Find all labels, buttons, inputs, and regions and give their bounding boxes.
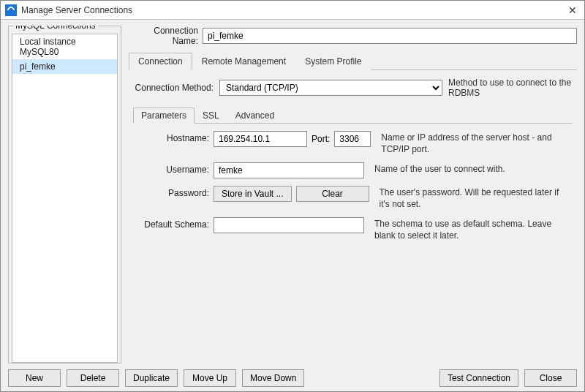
list-item[interactable]: Local instance MySQL80 (12, 34, 117, 59)
username-input[interactable] (214, 162, 364, 178)
sub-tabs: Parameters SSL Advanced (133, 107, 573, 124)
connection-tab-body: Connection Method: Standard (TCP/IP) Met… (129, 70, 577, 363)
default-schema-help: The schema to use as default schema. Lea… (369, 217, 570, 241)
close-icon[interactable]: ✕ (565, 4, 580, 16)
hostname-row: Hostname: Port: Name or IP address of th… (136, 131, 570, 155)
username-label: Username: (136, 162, 209, 175)
default-schema-row: Default Schema: The schema to use as def… (136, 217, 570, 241)
duplicate-button[interactable]: Duplicate (125, 369, 178, 387)
delete-button[interactable]: Delete (67, 369, 119, 387)
detail-pane: Connection Name: Connection Remote Manag… (129, 26, 577, 363)
hostname-help: Name or IP address of the server host - … (375, 131, 570, 155)
connection-method-label: Connection Method: (133, 83, 214, 93)
default-schema-label: Default Schema: (136, 217, 209, 230)
connections-list[interactable]: Local instance MySQL80 pi_femke (12, 34, 118, 363)
username-row: Username: Name of the user to connect wi… (136, 162, 570, 178)
close-button[interactable]: Close (524, 369, 577, 387)
sidebar: MySQL Connections Local instance MySQL80… (8, 26, 121, 363)
port-input[interactable] (334, 131, 371, 147)
main-area: MySQL Connections Local instance MySQL80… (8, 26, 577, 363)
manage-connections-window: Manage Server Connections ✕ MySQL Connec… (0, 0, 585, 392)
window-title: Manage Server Connections (21, 5, 565, 15)
test-connection-button[interactable]: Test Connection (439, 369, 518, 387)
tab-system-profile[interactable]: System Profile (295, 53, 371, 70)
store-in-vault-button[interactable]: Store in Vault ... (214, 186, 292, 202)
subtab-parameters[interactable]: Parameters (133, 108, 195, 124)
move-up-button[interactable]: Move Up (184, 369, 236, 387)
tab-connection[interactable]: Connection (129, 53, 192, 70)
hostname-input[interactable] (214, 131, 307, 147)
clear-password-button[interactable]: Clear (296, 186, 369, 202)
new-button[interactable]: New (8, 369, 61, 387)
password-label: Password: (136, 186, 209, 198)
subtab-advanced[interactable]: Advanced (227, 108, 282, 124)
footer-buttons: New Delete Duplicate Move Up Move Down T… (8, 363, 577, 387)
list-item[interactable]: pi_femke (12, 59, 117, 74)
parameters-body: Hostname: Port: Name or IP address of th… (133, 124, 573, 359)
default-schema-input[interactable] (214, 217, 364, 233)
connection-name-input[interactable] (203, 28, 577, 44)
hostname-label: Hostname: (136, 131, 209, 143)
connection-name-row: Connection Name: (129, 26, 577, 46)
move-down-button[interactable]: Move Down (242, 369, 304, 387)
main-tabs: Connection Remote Management System Prof… (129, 52, 577, 70)
tab-remote-management[interactable]: Remote Management (192, 53, 295, 70)
connection-method-help: Method to use to connect to the RDBMS (448, 78, 573, 98)
titlebar: Manage Server Connections ✕ (1, 1, 584, 20)
port-label: Port: (312, 134, 330, 144)
password-row: Password: Store in Vault ... Clear The u… (136, 186, 570, 210)
username-help: Name of the user to connect with. (369, 162, 570, 176)
connection-method-row: Connection Method: Standard (TCP/IP) Met… (133, 78, 573, 98)
connection-name-label: Connection Name: (129, 26, 198, 46)
app-icon (5, 4, 17, 16)
subtab-ssl[interactable]: SSL (195, 108, 227, 124)
content-area: MySQL Connections Local instance MySQL80… (1, 20, 584, 391)
connection-method-select[interactable]: Standard (TCP/IP) (219, 80, 442, 96)
password-help: The user's password. Will be requested l… (374, 186, 570, 210)
connections-group-label: MySQL Connections (13, 26, 98, 31)
connections-group: MySQL Connections Local instance MySQL80… (8, 26, 121, 363)
